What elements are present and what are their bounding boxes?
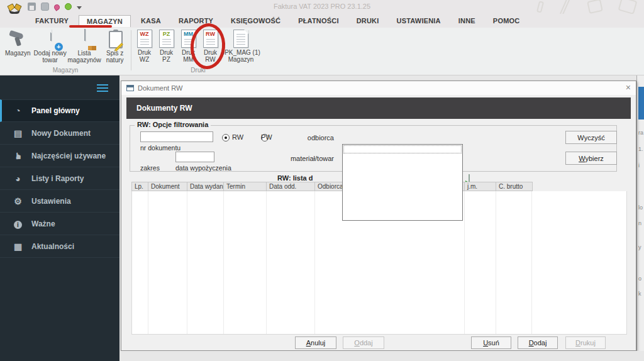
tab-ksiegowosc[interactable]: KSIĘGOWOŚĆ (223, 15, 288, 26)
app-background (119, 351, 644, 361)
sidebar-item-aktualnosci[interactable]: ▦ Aktualności (0, 235, 119, 258)
ribbon-group-label: Druki (133, 67, 263, 74)
table-header-row[interactable]: Lp. Dokument Data wydania Termin Data od… (131, 182, 533, 191)
hamburger-menu-icon[interactable] (97, 84, 108, 92)
close-icon[interactable]: × (626, 82, 631, 92)
sidebar-item-label: Panel główny (31, 106, 80, 115)
tab-kasa[interactable]: KASA (133, 15, 169, 26)
clipped-text: n (638, 220, 641, 226)
dropdown-empty-item[interactable] (343, 145, 462, 153)
gears-icon: ⚙ (13, 196, 23, 206)
window-icon (126, 85, 134, 91)
column-header-lp[interactable]: Lp. (132, 182, 148, 191)
inventory-clipboard-icon (106, 30, 125, 48)
druk-pz-icon: PZ (159, 30, 174, 48)
barcode-scanner-icon (8, 30, 27, 48)
column-header-data-wydania[interactable]: Data wydania (187, 182, 224, 191)
filter-group-label: RW: Opcje filtrowania (135, 121, 211, 128)
column-header-data-odd[interactable]: Data odd. (267, 182, 315, 191)
annotation-red-underline (69, 25, 112, 28)
wyczysc-button[interactable]: Wyczyść (565, 131, 617, 144)
tab-faktury[interactable]: FAKTURY (28, 15, 76, 26)
dialog-header: Dokumenty RW (126, 97, 631, 119)
tab-pomoc[interactable]: POMOC (486, 15, 528, 26)
ribbon-button-spis-z-natury[interactable]: Spis z natury (101, 28, 128, 64)
add-item-icon: + (41, 30, 60, 48)
nr-dokumentu-label: nr dokumentu (140, 144, 180, 152)
dodaj-button[interactable]: Dodaj (518, 336, 558, 349)
column-header-jm[interactable]: j.m. (465, 182, 496, 191)
oddaj-button[interactable]: Oddaj (343, 336, 384, 349)
warehouse-list-icon (75, 30, 94, 48)
window-title: Faktura VAT 2023 PRO 23.1.25 (0, 3, 644, 10)
data-wypozyczenia-label: data wypożyczenia (175, 164, 231, 172)
sidebar-item-label: Nowy Dokument (31, 129, 91, 138)
odbiorca-label: odbiorca (291, 134, 334, 142)
clipped-text: i (638, 162, 640, 169)
background-selected-row (638, 87, 644, 119)
drukuj-button[interactable]: Drukuj (565, 336, 606, 349)
sidebar-item-label: Aktualności (31, 242, 74, 251)
druk-wz-icon: WZ (137, 30, 152, 48)
info-icon: i (14, 221, 22, 229)
decorative-sketch (618, 0, 637, 14)
radio-rw[interactable] (222, 134, 230, 142)
pie-chart-icon: ◕ (13, 174, 23, 184)
sidebar-item-najczesciej-uzywane[interactable]: ☛ Najczęściej używane (0, 145, 119, 167)
jpk-mag-document-icon (233, 30, 248, 48)
sidebar-item-nowy-dokument[interactable]: ▤ Nowy Dokument (0, 122, 119, 145)
clipped-text: o (638, 275, 641, 282)
anuluj-button[interactable]: Anuluj (295, 336, 336, 349)
sidebar-item-ustawienia[interactable]: ⚙ Ustawienia (0, 190, 119, 213)
dialog-dokument-rw: Dokument RW × Dokumenty RW RW: Opcje fil… (121, 81, 636, 351)
tab-druki[interactable]: DRUKI (349, 15, 387, 26)
tab-inne[interactable]: INNE (451, 15, 483, 26)
data-wypozyczenia-input[interactable] (175, 152, 214, 162)
clipped-text: lo (638, 204, 643, 211)
column-header-termin[interactable]: Termin (224, 182, 267, 191)
document-icon: ▤ (13, 128, 23, 138)
decorative-sketch (587, 0, 603, 14)
ribbon-toolbar: Magazyn + Dodaj nowy towar Lista magazyn… (0, 28, 644, 75)
dialog-title: Dokument RW (138, 84, 182, 92)
thumbs-up-icon: ☛ (13, 150, 23, 161)
radio-pw-label: PW (261, 133, 272, 141)
ribbon-group-magazyn: Magazyn + Dodaj nowy towar Lista magazyn… (3, 28, 128, 74)
column-header-dokument[interactable]: Dokument (148, 182, 187, 191)
news-icon: ▦ (13, 242, 23, 252)
sidebar-item-label: Listy i Raporty (31, 174, 84, 183)
radio-rw-label: RW (232, 133, 243, 141)
tab-platnosci[interactable]: PŁATNOŚCI (291, 15, 347, 26)
clipped-text: y (638, 244, 641, 250)
dialog-titlebar[interactable]: Dokument RW (121, 81, 636, 95)
ribbon-group-label: Magazyn (3, 67, 128, 74)
sidebar-item-listy-i-raporty[interactable]: ◕ Listy i Raporty (0, 167, 119, 190)
sidebar-menu: ◔ Panel główny ▤ Nowy Dokument ☛ Najczęś… (0, 99, 119, 258)
column-header-c-brutto[interactable]: C. brutto (496, 182, 532, 191)
clipped-text: 1. (638, 146, 643, 152)
table-title: RW: lista d (277, 174, 313, 182)
ribbon-button-lista-magazynow[interactable]: Lista magazynów (67, 28, 101, 64)
sidebar-item-wazne[interactable]: i Ważne (0, 213, 119, 235)
tab-ustawienia[interactable]: USTAWIENIA (389, 15, 448, 26)
zakres-label: zakres (140, 164, 160, 172)
usun-button[interactable]: Usuń (471, 336, 511, 349)
nr-dokumentu-input[interactable] (140, 131, 213, 142)
sidebar: ◔ Panel główny ▤ Nowy Dokument ☛ Najczęś… (0, 75, 119, 361)
dashboard-icon: ◔ (13, 106, 23, 116)
ribbon-button-dodaj-nowy-towar[interactable]: + Dodaj nowy towar (33, 28, 67, 64)
material-towar-label: materiał/towar (272, 155, 334, 162)
ribbon-button-jpk-mag[interactable]: JPK_MAG (1) Magazyn (221, 28, 260, 63)
ribbon-button-druk-pz[interactable]: PZ Druk PZ (155, 28, 177, 63)
sidebar-item-label: Ważne (31, 219, 55, 228)
sidebar-item-label: Ustawienia (31, 197, 71, 206)
ribbon-button-druk-wz[interactable]: WZ Druk WZ (133, 28, 155, 63)
window-titlebar: Faktura VAT 2023 PRO 23.1.25 (0, 0, 644, 14)
wybierz-button[interactable]: Wybierz (565, 152, 617, 165)
odbiorca-dropdown-list[interactable] (342, 144, 463, 221)
sidebar-item-label: Najczęściej używane (31, 152, 106, 160)
background-window-sliver: ra 1. i lo n y o k (636, 75, 644, 361)
main-area: ◔ Panel główny ▤ Nowy Dokument ☛ Najczęś… (0, 75, 644, 361)
sidebar-item-panel-glowny[interactable]: ◔ Panel główny (0, 99, 119, 122)
ribbon-button-magazyn[interactable]: Magazyn (3, 28, 33, 57)
